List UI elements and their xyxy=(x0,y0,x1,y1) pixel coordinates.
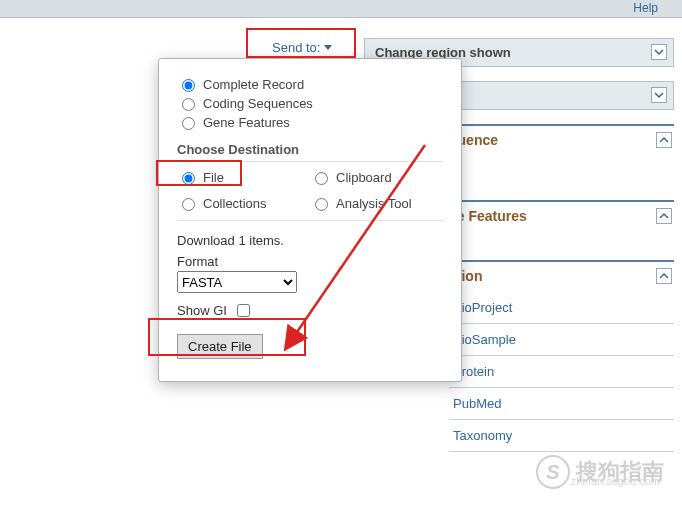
link-taxonomy[interactable]: Taxonomy xyxy=(449,420,674,452)
record-options: Complete Record Coding Sequences Gene Fe… xyxy=(177,76,443,130)
send-to-popup: Complete Record Coding Sequences Gene Fe… xyxy=(158,58,462,382)
collapse-icon[interactable] xyxy=(656,208,672,224)
destination-grid: File Clipboard Collections Analysis Tool xyxy=(177,166,443,221)
show-gi-row: Show GI xyxy=(177,301,443,320)
caret-down-icon[interactable] xyxy=(651,44,667,60)
radio-label: Coding Sequences xyxy=(203,96,313,111)
link-bioproject[interactable]: BioProject xyxy=(449,292,674,324)
radio-label: Clipboard xyxy=(336,170,392,185)
help-link[interactable]: Help xyxy=(633,1,658,15)
watermark-logo-icon: S xyxy=(536,455,570,489)
radio-input[interactable] xyxy=(182,198,195,211)
radio-analysis-tool[interactable]: Analysis Tool xyxy=(310,195,443,211)
collapse-icon[interactable] xyxy=(656,268,672,284)
watermark-brand: 搜狗指南 xyxy=(576,457,664,487)
caret-down-icon xyxy=(324,45,332,50)
send-to-label: Send to: xyxy=(272,40,320,55)
radio-label: Analysis Tool xyxy=(336,196,412,211)
format-select[interactable]: FASTA xyxy=(177,271,297,293)
radio-clipboard[interactable]: Clipboard xyxy=(310,169,443,185)
download-info: Download 1 items. xyxy=(177,233,443,248)
format-label: Format xyxy=(177,254,443,269)
section-ation: ation xyxy=(449,260,674,284)
show-gi-checkbox[interactable] xyxy=(237,304,250,317)
radio-label: File xyxy=(203,170,224,185)
radio-gene-features[interactable]: Gene Features xyxy=(177,114,443,130)
radio-file[interactable]: File xyxy=(177,169,310,185)
radio-label: Collections xyxy=(203,196,267,211)
show-gi-label: Show GI xyxy=(177,303,227,318)
radio-complete-record[interactable]: Complete Record xyxy=(177,76,443,92)
create-file-button[interactable]: Create File xyxy=(177,334,263,359)
caret-down-icon[interactable] xyxy=(651,87,667,103)
link-pubmed[interactable]: PubMed xyxy=(449,388,674,420)
watermark: S 搜狗指南 zhinan.sogou.com xyxy=(536,455,664,489)
section-sequence: quence xyxy=(449,124,674,148)
radio-input[interactable] xyxy=(315,172,328,185)
link-biosample[interactable]: BioSample xyxy=(449,324,674,356)
watermark-url: zhinan.sogou.com xyxy=(571,475,660,487)
radio-input[interactable] xyxy=(182,172,195,185)
radio-input[interactable] xyxy=(182,79,195,92)
link-protein[interactable]: Protein xyxy=(449,356,674,388)
radio-input[interactable] xyxy=(182,98,195,111)
radio-input[interactable] xyxy=(315,198,328,211)
radio-input[interactable] xyxy=(182,117,195,130)
top-bar: Help xyxy=(0,0,682,18)
radio-label: Complete Record xyxy=(203,77,304,92)
destination-heading: Choose Destination xyxy=(177,142,443,162)
radio-label: Gene Features xyxy=(203,115,290,130)
radio-collections[interactable]: Collections xyxy=(177,195,310,211)
collapse-icon[interactable] xyxy=(656,132,672,148)
section-features: ce Features xyxy=(449,200,674,224)
radio-coding-sequences[interactable]: Coding Sequences xyxy=(177,95,443,111)
